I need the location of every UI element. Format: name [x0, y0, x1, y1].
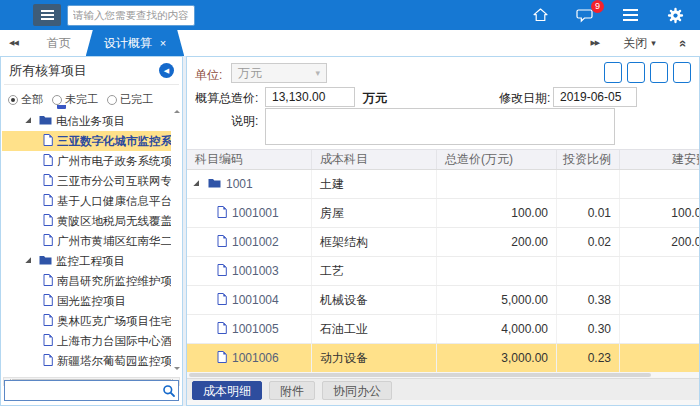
tree-item[interactable]: 基于人口健康信息平台的区域分 — [2, 191, 171, 211]
collapse-panel-icon[interactable]: « — [676, 39, 691, 46]
tree-item[interactable]: 南昌研究所监控维护项目 — [2, 271, 171, 291]
sidebar-collapse-button[interactable]: ◀ — [159, 63, 174, 78]
cell-ratio: 0.38 — [557, 286, 620, 314]
table-body: 1001 土建 1001001 房屋 — [187, 170, 699, 372]
expand-caret-icon[interactable] — [193, 180, 204, 191]
cell-total: 200.00 — [437, 228, 557, 256]
scroll-down-icon[interactable] — [174, 367, 180, 373]
cell-total: 3,000.00 — [437, 344, 557, 372]
radio-icon — [8, 95, 18, 105]
tree-vertical-scrollbar[interactable] — [172, 105, 181, 375]
messages-icon[interactable]: 9 — [576, 6, 594, 24]
tree-item[interactable]: 三亚市分公司互联网专线接入服 — [2, 171, 171, 191]
file-icon — [217, 351, 227, 366]
tree-item[interactable]: 黄陂区地税局无线覆盖 — [2, 211, 171, 231]
gear-icon[interactable] — [666, 6, 684, 24]
chevron-down-icon: ▾ — [315, 68, 320, 78]
project-sidebar: 所有核算项目 ◀ 全部 未完工 已完工 — [0, 56, 183, 406]
scroll-up-icon[interactable] — [174, 107, 180, 113]
table-row[interactable]: 1001001 房屋 100.00 0.01 100.00 — [187, 199, 699, 228]
description-label: 说明: — [231, 113, 258, 130]
home-icon[interactable] — [531, 6, 549, 24]
tree-item[interactable]: 广州市黄埔区红南华二街绿灯监 — [2, 231, 171, 251]
file-icon — [43, 214, 53, 228]
column-header-ratio[interactable]: 投资比例 — [557, 150, 620, 169]
tree-item-label: 奥林匹克广场项目住宅楼弱电工 — [57, 314, 171, 329]
unit-select[interactable]: 万元 ▾ — [231, 63, 327, 83]
tree-item[interactable]: 新疆塔尔葡萄园监控项目 — [2, 351, 171, 371]
tree-item[interactable]: 广州市电子政务系统项目 — [2, 151, 171, 171]
total-cost-unit: 万元 — [363, 90, 387, 107]
subject-code: 1001003 — [232, 264, 279, 278]
action-button[interactable] — [673, 62, 691, 83]
tree-items: 电信业务项目 三亚数字化城市监控系统 广州市电子政务系统项目 — [2, 111, 171, 371]
radio-icon — [107, 95, 117, 105]
tab-design-estimate[interactable]: 设计概算 × — [86, 30, 184, 56]
folder-icon — [208, 177, 221, 191]
tree-item[interactable]: 国光监控项目 — [2, 291, 171, 311]
cell-ratio — [557, 257, 620, 285]
cell-code: 1001006 — [187, 344, 312, 372]
table-row[interactable]: 1001006 动力设备 3,000.00 0.23 — [187, 344, 699, 372]
tree-item[interactable]: 上海市力台国际中心酒店弱电项 — [2, 331, 171, 351]
tree-item-label: 三亚数字化城市监控系统 — [57, 134, 171, 149]
estimate-panel: 单位: 万元 ▾ 概算总造价: 万元 修改日期: 说明: 科目编码 成本科目 总… — [186, 56, 700, 406]
apps-menu-icon[interactable] — [621, 6, 639, 24]
table-header-row: 科目编码 成本科目 总造价(万元) 投资比例 建安费 — [187, 149, 699, 170]
table-row[interactable]: 1001004 机械设备 5,000.00 0.38 — [187, 286, 699, 315]
tree-item-label: 电信业务项目 — [56, 114, 125, 129]
expand-caret-icon[interactable] — [25, 117, 36, 128]
column-header-construction[interactable]: 建安费 — [620, 150, 699, 169]
column-header-subject[interactable]: 成本科目 — [312, 150, 437, 169]
cell-ratio: 0.23 — [557, 344, 620, 372]
description-textarea[interactable] — [265, 108, 615, 145]
table-row[interactable]: 1001003 工艺 — [187, 257, 699, 286]
tab-cost-detail[interactable]: 成本明细 — [192, 381, 262, 400]
tab-collaboration[interactable]: 协同办公 — [322, 381, 392, 400]
folder-icon — [39, 255, 52, 267]
scrollbar-thumb[interactable] — [189, 373, 651, 377]
tab-close-icon[interactable]: × — [160, 37, 166, 49]
global-search-input[interactable] — [67, 5, 195, 26]
tree-item[interactable]: 三亚数字化城市监控系统 — [2, 131, 171, 151]
cell-subject: 土建 — [312, 170, 437, 198]
total-cost-input[interactable] — [265, 87, 355, 107]
column-header-code[interactable]: 科目编码 — [187, 150, 312, 169]
tree-item-label: 上海市力台国际中心酒店弱电项 — [57, 334, 171, 349]
tree-item-partial — [57, 105, 66, 109]
subject-code: 1001004 — [232, 293, 279, 307]
file-icon — [43, 234, 53, 248]
folder-icon — [39, 115, 52, 127]
action-button[interactable] — [650, 62, 668, 83]
tab-home[interactable]: 首页 — [32, 30, 86, 56]
total-cost-label: 概算总造价: — [195, 90, 258, 107]
file-icon — [217, 235, 227, 250]
sidebar-title: 所有核算项目 — [9, 62, 87, 80]
sidebar-header: 所有核算项目 ◀ — [1, 57, 182, 84]
message-count-badge: 9 — [591, 0, 604, 13]
file-icon — [217, 293, 227, 308]
table-row[interactable]: 1001005 石油工业 4,000.00 0.30 — [187, 315, 699, 344]
table-row[interactable]: 1001002 框架结构 200.00 0.02 200.00 — [187, 228, 699, 257]
action-button[interactable] — [627, 62, 645, 83]
subject-code: 1001001 — [232, 206, 279, 220]
action-button[interactable] — [604, 62, 622, 83]
table-row[interactable]: 1001 土建 — [187, 170, 699, 199]
radio-icon — [52, 95, 62, 105]
column-header-total[interactable]: 总造价(万元) — [437, 150, 557, 169]
tree-search-input[interactable] — [5, 385, 162, 397]
cell-subject: 房屋 — [312, 199, 437, 227]
close-tabs-dropdown[interactable]: 关闭 ▾ — [623, 35, 656, 52]
search-icon[interactable] — [162, 384, 176, 398]
tab-attachments[interactable]: 附件 — [269, 381, 315, 400]
tabs-scroll-left-icon[interactable]: ◀◀ — [9, 39, 18, 47]
expand-caret-icon[interactable] — [25, 257, 36, 268]
tree-item[interactable]: 电信业务项目 — [2, 111, 171, 131]
tree-item[interactable]: 奥林匹克广场项目住宅楼弱电工 — [2, 311, 171, 331]
tree-item-label: 国光监控项目 — [57, 294, 126, 309]
hamburger-menu-button[interactable] — [33, 4, 61, 26]
tree-item[interactable]: 监控工程项目 — [2, 251, 171, 271]
tabs-scroll-right-icon[interactable]: ▶▶ — [590, 39, 599, 47]
cell-construction — [620, 286, 699, 314]
modified-date-input[interactable] — [553, 87, 637, 107]
